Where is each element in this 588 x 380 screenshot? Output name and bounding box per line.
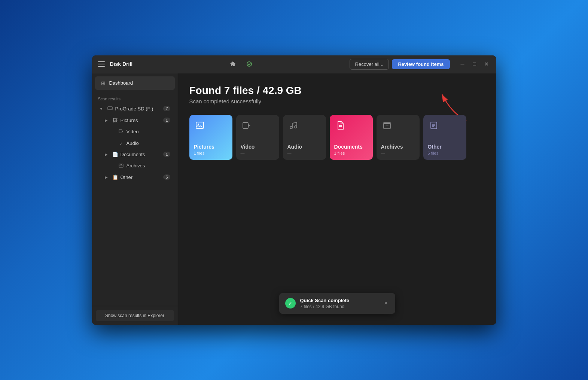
card-documents[interactable]: Documents 1 files	[330, 115, 373, 160]
drive-expand-arrow: ▼	[100, 107, 105, 111]
audio-label: Audio	[127, 140, 170, 146]
toast-notification: ✓ Quick Scan complete 7 files / 42.9 GB …	[279, 293, 395, 314]
archives-card-icon	[383, 121, 392, 132]
svg-rect-3	[119, 130, 122, 133]
dashboard-label: Dashboard	[109, 80, 133, 86]
scan-results-label: Scan results	[92, 93, 178, 103]
audio-card-label: Audio	[287, 144, 302, 150]
pictures-card-icon	[195, 121, 204, 132]
svg-rect-9	[196, 122, 204, 128]
archives-label: Archives	[127, 163, 170, 168]
sidebar-item-documents[interactable]: ▶ 📄 Documents 1	[94, 149, 176, 160]
video-card-label: Video	[241, 144, 255, 150]
sidebar-item-dashboard[interactable]: ⊞ Dashboard	[95, 76, 175, 90]
minimize-button[interactable]: ─	[457, 59, 468, 69]
archives-icon	[118, 163, 124, 169]
recover-all-button[interactable]: Recover all...	[350, 59, 389, 70]
documents-card-icon	[336, 121, 345, 132]
other-icon: 📋	[112, 174, 118, 180]
other-label: Other	[121, 174, 161, 180]
svg-rect-17	[384, 124, 390, 129]
other-expand-arrow: ▶	[105, 175, 110, 179]
video-card-sub: —	[241, 151, 245, 155]
toast-check-icon: ✓	[285, 298, 296, 308]
sidebar: ⊞ Dashboard Scan results ▼ ProGrade SD (…	[92, 73, 178, 325]
title-bar-left: Disk Drill	[97, 60, 133, 68]
other-card-icon	[429, 121, 438, 132]
other-card-sub: 5 files	[428, 151, 439, 155]
app-window: Disk Drill Recover all... Review found i…	[92, 55, 496, 325]
audio-icon: ♪	[118, 140, 124, 146]
svg-point-2	[111, 109, 112, 109]
pictures-card-sub: 1 files	[194, 151, 205, 155]
card-video[interactable]: Video —	[236, 115, 279, 160]
svg-marker-12	[248, 124, 250, 127]
card-pictures[interactable]: Pictures 1 files	[189, 115, 232, 160]
documents-count: 1	[163, 152, 170, 157]
pictures-expand-arrow: ▶	[105, 118, 110, 122]
archives-card-label: Archives	[381, 144, 403, 150]
close-button[interactable]: ✕	[481, 59, 492, 69]
review-found-items-button[interactable]: Review found items	[392, 59, 450, 69]
audio-card-icon	[289, 121, 298, 132]
found-title: Found 7 files / 42.9 GB	[189, 85, 485, 97]
main-content: Found 7 files / 42.9 GB Scan completed s…	[178, 73, 496, 325]
documents-card-label: Documents	[334, 144, 363, 150]
sidebar-item-archives[interactable]: ▶ Archives	[94, 160, 176, 171]
toast-close-button[interactable]: ×	[383, 298, 389, 308]
home-button[interactable]	[227, 58, 239, 70]
svg-rect-11	[243, 122, 248, 128]
sidebar-item-audio[interactable]: ▶ ♪ Audio	[94, 138, 176, 149]
other-count: 5	[163, 174, 170, 180]
pictures-icon: 🖼	[112, 118, 118, 123]
title-bar-right: Recover all... Review found items ─ □ ✕	[350, 59, 492, 70]
documents-card-sub: 1 files	[334, 151, 345, 155]
sidebar-item-pictures[interactable]: ▶ 🖼 Pictures 1	[94, 115, 176, 126]
video-card-icon	[242, 121, 251, 132]
app-title: Disk Drill	[110, 61, 133, 67]
title-bar-center	[132, 58, 349, 70]
maximize-button[interactable]: □	[469, 59, 480, 69]
sidebar-top: ⊞ Dashboard Scan results ▼ ProGrade SD (…	[92, 73, 178, 306]
drive-count: 7	[163, 106, 170, 111]
show-explorer-button[interactable]: Show scan results in Explorer	[96, 310, 174, 321]
documents-expand-arrow: ▶	[105, 152, 110, 156]
app-body: ⊞ Dashboard Scan results ▼ ProGrade SD (…	[92, 73, 496, 325]
video-label: Video	[127, 129, 170, 134]
pictures-label: Pictures	[121, 118, 161, 123]
drive-icon	[107, 106, 113, 112]
documents-icon: 📄	[112, 152, 118, 157]
svg-point-13	[290, 127, 292, 129]
menu-button[interactable]	[97, 60, 106, 68]
video-icon	[118, 129, 124, 135]
documents-label: Documents	[121, 152, 161, 157]
svg-rect-18	[384, 122, 390, 124]
sidebar-item-video[interactable]: ▶ Video	[94, 126, 176, 137]
title-bar: Disk Drill Recover all... Review found i…	[92, 55, 496, 73]
pictures-card-label: Pictures	[194, 144, 214, 150]
toast-text: Quick Scan complete 7 files / 42.9 GB fo…	[300, 298, 378, 309]
file-type-cards: Pictures 1 files Video — Audio	[189, 115, 485, 160]
toast-sub: 7 files / 42.9 GB found	[300, 304, 378, 309]
dashboard-icon: ⊞	[101, 80, 106, 86]
other-card-label: Other	[428, 144, 442, 150]
sidebar-item-other[interactable]: ▶ 📋 Other 5	[94, 172, 176, 183]
check-button[interactable]	[243, 58, 255, 70]
drive-label: ProGrade SD (F:)	[115, 106, 161, 112]
audio-card-sub: —	[287, 151, 292, 155]
toast-title: Quick Scan complete	[300, 298, 378, 303]
sidebar-item-drive[interactable]: ▼ ProGrade SD (F:) 7	[94, 103, 176, 115]
card-archives[interactable]: Archives —	[377, 115, 420, 160]
svg-rect-1	[108, 107, 112, 110]
card-other[interactable]: Other 5 files	[423, 115, 466, 160]
card-audio[interactable]: Audio —	[283, 115, 326, 160]
svg-point-10	[198, 124, 199, 125]
svg-marker-4	[122, 130, 123, 132]
pictures-count: 1	[163, 118, 170, 123]
window-controls: ─ □ ✕	[457, 59, 492, 69]
sidebar-bottom: Show scan results in Explorer	[92, 306, 178, 325]
found-subtitle: Scan completed successfully	[189, 98, 485, 104]
archives-card-sub: —	[381, 151, 385, 155]
